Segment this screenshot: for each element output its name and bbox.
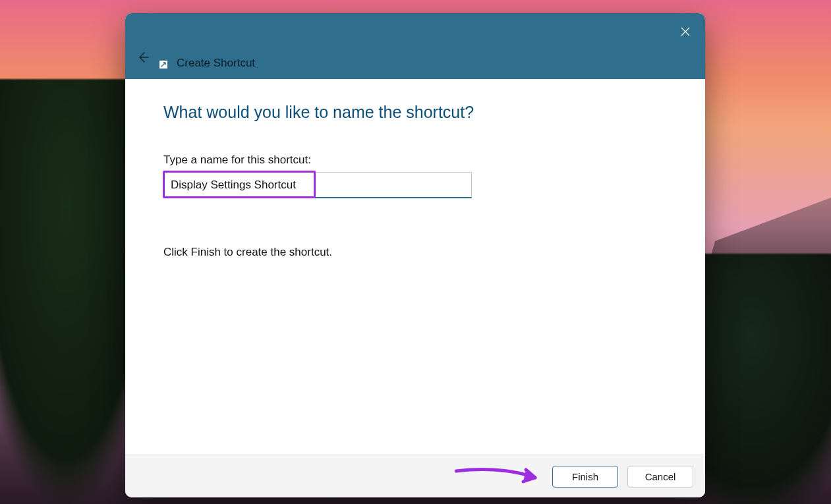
annotation-arrow-icon [455,466,547,488]
finish-button[interactable]: Finish [552,466,618,488]
close-icon [681,27,690,39]
dialog-body: What would you like to name the shortcut… [125,79,705,455]
desktop-background: Create Shortcut What would you like to n… [0,0,831,504]
dialog-footer: Finish Cancel [125,455,705,497]
cancel-button[interactable]: Cancel [627,466,693,488]
name-field-label: Type a name for this shortcut: [163,154,667,167]
instruction-text: Click Finish to create the shortcut. [163,246,667,259]
shortcut-name-input[interactable] [163,172,472,198]
dialog-title: Create Shortcut [177,57,255,70]
arrow-left-icon [137,51,149,66]
page-heading: What would you like to name the shortcut… [163,103,667,122]
back-button[interactable] [132,47,154,70]
close-button[interactable] [671,18,700,47]
shortcut-overlay-icon [159,61,167,69]
create-shortcut-dialog: Create Shortcut What would you like to n… [125,13,705,497]
dialog-titlebar: Create Shortcut [125,13,705,79]
